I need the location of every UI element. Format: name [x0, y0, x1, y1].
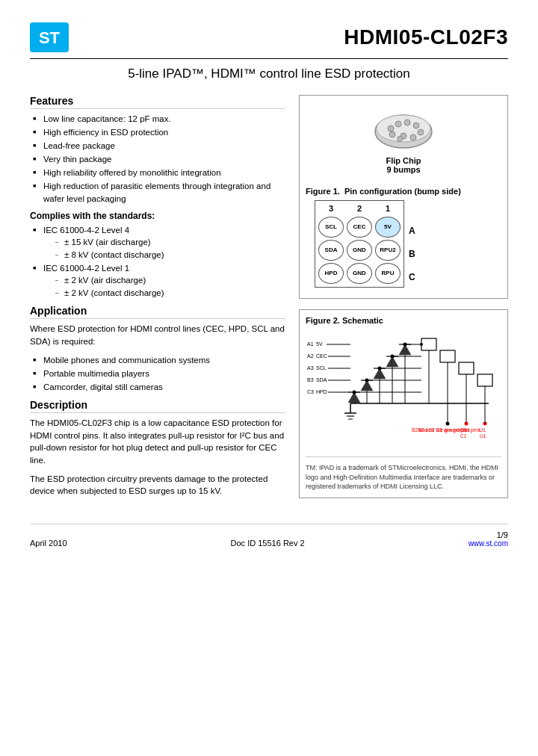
- pin-B2: GND: [347, 240, 372, 261]
- tm-note: TM: IPAD is a trademark of STMicroelectr…: [306, 456, 501, 492]
- list-item: High reliability offered by monolithic i…: [33, 167, 285, 179]
- col-header-3: 3: [318, 204, 344, 213]
- svg-rect-61: [477, 374, 492, 386]
- pin-A1: 5V: [375, 217, 401, 238]
- figure1-title-area: Figure 1. Pin configuration (bump side): [306, 186, 501, 196]
- svg-text:HPD: HPD: [316, 389, 327, 394]
- list-item: IEC 61000-4-2 Level 1 ± 2 kV (air discha…: [33, 262, 285, 299]
- footer-doc-id: Doc ID 15516 Rev 2: [231, 539, 305, 548]
- svg-text:A1: A1: [307, 341, 314, 347]
- features-list: Low line capacitance: 12 pF max. High ef…: [30, 113, 285, 205]
- pin-A2: CEC: [347, 217, 372, 238]
- figure2-title: Figure 2. Schematic: [306, 316, 501, 325]
- st-logo: ST: [30, 22, 69, 52]
- svg-text:SDA: SDA: [316, 377, 327, 382]
- svg-text:CEC: CEC: [316, 353, 327, 359]
- footer: April 2010 Doc ID 15516 Rev 2 1/9 www.st…: [30, 524, 508, 548]
- list-item: ± 15 kV (air discharge): [54, 236, 285, 248]
- svg-point-9: [389, 131, 395, 137]
- row-label-B: B: [409, 244, 415, 264]
- product-title: HDMI05-CL02F3: [344, 25, 508, 49]
- list-item: Camcorder, digital still cameras: [33, 381, 285, 393]
- figure1-label: Figure 1. Pin configuration (bump side): [306, 187, 461, 196]
- list-item: High efficiency in ESD protection: [33, 126, 285, 138]
- flip-chip-svg: [370, 108, 437, 156]
- col-header-1: 1: [375, 204, 401, 213]
- list-item: ± 2 kV (air discharge): [54, 274, 285, 286]
- svg-rect-59: [440, 350, 455, 362]
- svg-point-8: [418, 129, 424, 135]
- schematic-area: A1 5V A2 CEC A3 SCL B3 SDA C3 HPD: [306, 329, 501, 453]
- features-title: Features: [30, 95, 285, 109]
- description-para1: The HDMI05-CL02F3 chip is a low capacita…: [30, 417, 285, 467]
- list-item: IEC 61000-4-2 Level 4 ± 15 kV (air disch…: [33, 224, 285, 261]
- schematic-svg: A1 5V A2 CEC A3 SCL B3 SDA C3 HPD: [306, 332, 498, 448]
- list-item: Lead-free package: [33, 140, 285, 152]
- svg-point-67: [420, 343, 423, 346]
- sub-list: ± 15 kV (air discharge) ± 8 kV (contact …: [43, 236, 285, 261]
- pin-B3: SDA: [318, 240, 344, 261]
- header-divider: [30, 58, 508, 59]
- application-list: Mobile phones and communication systems …: [30, 354, 285, 393]
- figure1-box: Flip Chip 9 bumps Figure 1. Pin configur…: [299, 95, 508, 299]
- sub-list: ± 2 kV (air discharge) ± 2 kV (contact d…: [43, 274, 285, 299]
- footer-page: 1/9: [469, 530, 508, 539]
- left-column: Features Low line capacitance: 12 pF max…: [30, 95, 285, 509]
- pin-C2: GND: [347, 263, 372, 284]
- svg-text:C3: C3: [307, 389, 314, 394]
- svg-point-11: [410, 134, 416, 140]
- list-item: High reduction of parasitic elements thr…: [33, 180, 285, 204]
- figure2-box: Figure 2. Schematic A1 5V A2 CEC A3 SCL …: [299, 309, 508, 498]
- pin-C3: HPD: [318, 263, 344, 284]
- footer-right: 1/9 www.st.com: [469, 530, 508, 548]
- pin-C1: RPU: [375, 263, 401, 284]
- svg-point-12: [398, 137, 403, 142]
- list-item: Low line capacitance: 12 pF max.: [33, 113, 285, 125]
- main-content: Features Low line capacitance: 12 pF max…: [30, 95, 508, 509]
- svg-point-7: [413, 123, 419, 128]
- col-header-2: 2: [347, 204, 372, 213]
- footer-url: www.st.com: [469, 539, 508, 548]
- svg-text:U1: U1: [479, 427, 486, 433]
- svg-rect-60: [459, 362, 474, 374]
- description-title: Description: [30, 399, 285, 413]
- svg-text:SCL: SCL: [316, 365, 327, 371]
- subtitle: 5-line IPAD™, HDMI™ control line ESD pro…: [30, 66, 508, 81]
- svg-rect-58: [421, 338, 436, 350]
- list-item: Mobile phones and communication systems: [33, 354, 285, 366]
- svg-text:B2 and C2 are ground pins: B2 and C2 are ground pins: [412, 427, 470, 433]
- list-item: Portable multimedia players: [33, 368, 285, 379]
- svg-point-5: [395, 121, 401, 127]
- pin-config: 3 2 1 SCL CEC 5V SDA GND: [306, 196, 501, 292]
- list-item: Very thin package: [33, 153, 285, 165]
- standards-list: IEC 61000-4-2 Level 4 ± 15 kV (air disch…: [30, 224, 285, 300]
- row-label-A: A: [409, 220, 415, 241]
- svg-text:C1: C1: [460, 433, 467, 439]
- svg-text:5V: 5V: [316, 341, 323, 347]
- description-para2: The ESD protection circuitry prevents da…: [30, 473, 285, 498]
- list-item: ± 8 kV (contact discharge): [54, 249, 285, 261]
- svg-text:A3: A3: [307, 365, 314, 371]
- header: ST HDMI05-CL02F3: [30, 22, 508, 52]
- standards-title: Complies with the standards:: [30, 211, 285, 221]
- right-column: Flip Chip 9 bumps Figure 1. Pin configur…: [299, 95, 508, 509]
- svg-text:A2: A2: [307, 353, 314, 359]
- application-title: Application: [30, 305, 285, 319]
- svg-text:U1: U1: [480, 433, 486, 439]
- pin-B1: RPU2: [375, 240, 401, 261]
- row-label-C: C: [409, 267, 415, 288]
- application-intro: Where ESD protection for HDMI control li…: [30, 323, 285, 347]
- footer-date: April 2010: [30, 539, 67, 548]
- flip-chip-label: Flip Chip 9 bumps: [386, 156, 421, 174]
- flip-chip-area: Flip Chip 9 bumps: [306, 102, 501, 180]
- list-item: ± 2 kV (contact discharge): [54, 287, 285, 299]
- svg-point-4: [388, 126, 394, 131]
- svg-text:B3: B3: [307, 377, 314, 382]
- pin-A3: SCL: [318, 217, 344, 238]
- svg-point-6: [404, 120, 410, 126]
- svg-text:ST: ST: [39, 28, 61, 47]
